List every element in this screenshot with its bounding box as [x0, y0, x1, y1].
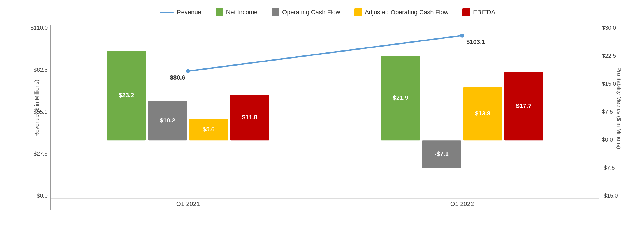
svg-text:$80.6: $80.6	[170, 74, 185, 81]
svg-text:$11.8: $11.8	[242, 114, 258, 121]
chart-legend: Revenue Net Income Operating Cash Flow A…	[22, 8, 633, 16]
svg-text:$10.2: $10.2	[160, 117, 175, 124]
y-right-tick-n7: -$7.5	[602, 165, 615, 171]
y-right-tick-22: $22.5	[602, 53, 616, 59]
legend-ebitda-label: EBITDA	[473, 9, 495, 16]
legend-ebitda: EBITDA	[462, 8, 495, 16]
svg-text:$13.8: $13.8	[475, 110, 490, 117]
y-axis-right: $30.0 $22.5 $15.0 $7.5 $0.0 -$7.5 -$15.0…	[599, 25, 633, 210]
y-tick-27: $27.5	[34, 150, 48, 157]
y-axis-left: Revenue ($ in Millions) $110.0 $82.5 $55…	[22, 25, 50, 210]
legend-revenue: Revenue	[160, 9, 201, 16]
chart-svg: $23.2$10.2$5.6$11.8$21.9-$7.1$13.8$17.7$…	[51, 25, 599, 210]
legend-operating-cf-label: Operating Cash Flow	[282, 9, 340, 16]
y-tick-82: $82.5	[34, 67, 48, 73]
legend-revenue-line	[160, 12, 174, 13]
chart-area: Revenue ($ in Millions) $110.0 $82.5 $55…	[22, 25, 633, 210]
svg-text:$21.9: $21.9	[393, 94, 408, 101]
svg-point-18	[186, 69, 190, 73]
svg-text:$5.6: $5.6	[203, 126, 215, 133]
legend-adj-cf-label: Adjusted Operating Cash Flow	[365, 9, 448, 16]
y-tick-110: $110.0	[31, 25, 48, 31]
legend-adj-operating-cf: Adjusted Operating Cash Flow	[354, 8, 448, 16]
svg-text:-$7.1: -$7.1	[435, 150, 449, 157]
y-right-tick-n15: -$15.0	[602, 193, 618, 199]
y-right-tick-15: $15.0	[602, 81, 616, 87]
plot-area: $23.2$10.2$5.6$11.8$21.9-$7.1$13.8$17.7$…	[50, 25, 599, 210]
legend-net-income-box	[216, 8, 223, 16]
x-labels: Q1 2021 Q1 2022	[51, 198, 599, 210]
legend-net-income: Net Income	[216, 8, 258, 16]
right-axis-label: Profitability Metrics ($ in Millions)	[616, 66, 622, 150]
y-right-tick-0: $0.0	[602, 136, 613, 143]
svg-point-19	[460, 34, 464, 38]
x-label-q1-2021: Q1 2021	[51, 198, 325, 210]
y-right-tick-30: $30.0	[602, 25, 616, 31]
y-tick-0: $0.0	[37, 193, 48, 199]
legend-operating-cf-box	[272, 8, 279, 16]
left-axis-label: Revenue ($ in Millions)	[34, 80, 40, 136]
svg-text:$23.2: $23.2	[119, 92, 134, 99]
legend-operating-cf: Operating Cash Flow	[272, 8, 340, 16]
svg-text:$17.7: $17.7	[516, 102, 532, 109]
legend-net-income-label: Net Income	[226, 9, 258, 16]
chart-container: Revenue Net Income Operating Cash Flow A…	[0, 0, 644, 227]
legend-adj-cf-box	[354, 8, 362, 16]
x-label-q1-2022: Q1 2022	[325, 198, 599, 210]
legend-ebitda-box	[462, 8, 470, 16]
svg-text:$103.1: $103.1	[466, 38, 485, 45]
y-right-tick-7: $7.5	[602, 108, 613, 115]
legend-revenue-label: Revenue	[177, 9, 201, 16]
